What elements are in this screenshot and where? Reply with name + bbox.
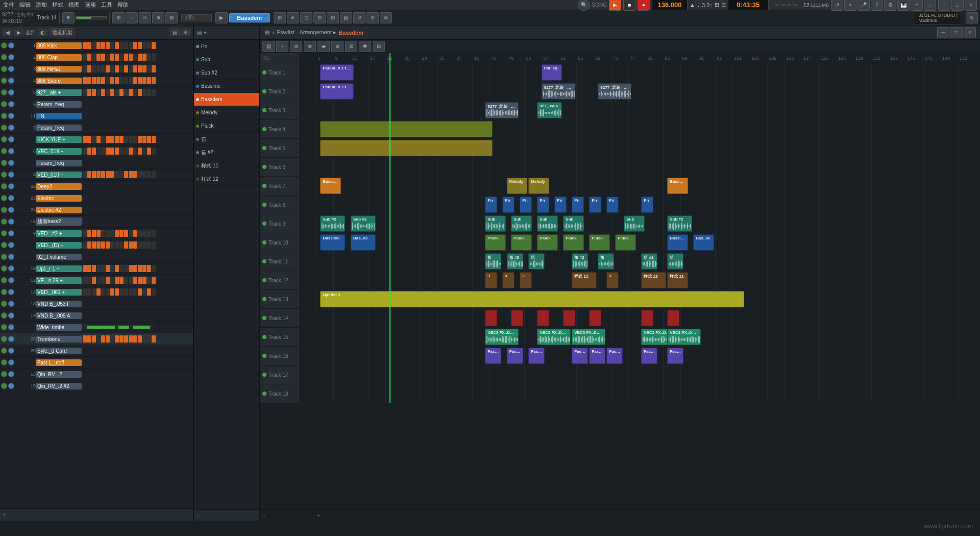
- clip[interactable]: 3: [606, 272, 618, 288]
- mix-btn4[interactable]: ⊟: [313, 12, 326, 23]
- ch-name[interactable]: VND B_.009 A: [36, 312, 82, 319]
- menu-item-view[interactable]: 视图: [68, 1, 80, 9]
- add-track-icon[interactable]: +: [262, 513, 265, 519]
- pattern-item[interactable]: Sub: [194, 53, 259, 66]
- ch-active-btn[interactable]: [1, 359, 7, 366]
- ch-solo-btn[interactable]: [8, 125, 14, 131]
- clip[interactable]: Pn: [641, 197, 653, 213]
- track-content[interactable]: [299, 366, 980, 384]
- clip[interactable]: Sub #2: [667, 215, 692, 232]
- track-label[interactable]: Track 10: [260, 233, 299, 252]
- track-content[interactable]: Param..d 1 freqPar..eq: [299, 63, 980, 82]
- clip[interactable]: Bassline: [320, 234, 345, 251]
- track-label[interactable]: Track 6: [260, 158, 299, 176]
- ch-active-btn[interactable]: [1, 230, 7, 236]
- pl-tool-4[interactable]: ⊗: [304, 41, 316, 52]
- ch-name[interactable]: 808 Clap: [36, 54, 82, 61]
- channel-row[interactable]: 23 Electric: [0, 192, 193, 204]
- ch-name[interactable]: VND B_.053 F: [36, 301, 82, 307]
- clip[interactable]: 3: [502, 272, 514, 288]
- clip[interactable]: Uplifter 1: [320, 291, 744, 307]
- channel-row[interactable]: 24 Electric #2: [0, 204, 193, 216]
- stop-button[interactable]: ■: [623, 0, 635, 11]
- track-label[interactable]: Track 18: [260, 384, 299, 403]
- menu-item-style[interactable]: 样式: [52, 1, 63, 9]
- clip[interactable]: Bassdem: [320, 178, 340, 194]
- ch-solo-btn[interactable]: [8, 113, 14, 119]
- ch-grid-btn[interactable]: ⊞: [181, 29, 190, 36]
- mute-btn[interactable]: ⊠: [165, 12, 178, 23]
- pl-close-btn[interactable]: ─: [937, 27, 949, 38]
- record-button[interactable]: ●: [638, 0, 650, 11]
- min-btn[interactable]: ─: [938, 0, 950, 11]
- ch-solo-btn[interactable]: [8, 160, 14, 166]
- clip[interactable]: 笛: [528, 253, 545, 270]
- pattern-item[interactable]: 笛: [194, 133, 259, 146]
- ch-solo-btn[interactable]: [8, 301, 14, 307]
- play-button[interactable]: ▶: [609, 0, 621, 11]
- ch-name[interactable]: 808 HiHat: [36, 66, 82, 72]
- clip[interactable]: Melody: [507, 178, 527, 194]
- help-btn2[interactable]: ?: [871, 0, 883, 11]
- pattern-item[interactable]: Pluck: [194, 119, 259, 133]
- clip[interactable]: 笛: [598, 253, 614, 270]
- menu-item-tools[interactable]: 工具: [101, 1, 112, 9]
- channel-row[interactable]: 7 Param_freq: [0, 122, 193, 134]
- ch-solo-btn[interactable]: [8, 371, 14, 377]
- ch-solo-btn[interactable]: [8, 242, 14, 248]
- pl-tool-3[interactable]: ⊛: [290, 41, 302, 52]
- clip[interactable]: [485, 310, 497, 326]
- clip[interactable]: [511, 310, 523, 326]
- clip[interactable]: Sub #2: [320, 215, 345, 232]
- channel-row[interactable]: 28 Trombone: [0, 333, 193, 345]
- clip[interactable]: Pn: [572, 197, 583, 213]
- ch-view-btn[interactable]: ▤: [170, 29, 180, 36]
- ch-active-btn[interactable]: [1, 89, 7, 95]
- pl-tool-5[interactable]: ◂▸: [317, 41, 330, 52]
- ch-name[interactable]: Qin_RV_.2: [36, 371, 82, 378]
- footer-add-icon[interactable]: +: [3, 512, 6, 518]
- ch-name[interactable]: Param_freq: [36, 101, 82, 108]
- clip[interactable]: Fast_toff: [606, 348, 623, 364]
- mix-btn3[interactable]: ⊡: [300, 12, 312, 23]
- clip[interactable]: VEC3 FX..Down 29: [485, 329, 519, 345]
- add-pattern-icon[interactable]: +: [316, 513, 320, 518]
- channel-row[interactable]: 6 VEC_019 +: [0, 145, 193, 157]
- clip[interactable]: 笛 #2: [641, 253, 657, 270]
- ch-active-btn[interactable]: [1, 348, 7, 354]
- routing-btn[interactable]: ◐: [38, 29, 47, 36]
- ch-solo-btn[interactable]: [8, 195, 14, 201]
- clip[interactable]: [667, 310, 679, 326]
- mic-button[interactable]: 🎤: [857, 0, 870, 11]
- undo-button[interactable]: ↺: [831, 0, 843, 11]
- ch-solo-btn[interactable]: [8, 66, 14, 72]
- track-content[interactable]: Sub #2Sub #2SubSubSubSubSubSub #2: [299, 214, 980, 233]
- ch-solo-btn[interactable]: [8, 54, 14, 60]
- ch-name[interactable]: KICK YUE +: [36, 136, 82, 143]
- clip[interactable]: Sub: [624, 215, 644, 232]
- ch-name[interactable]: Param_freq: [36, 125, 82, 131]
- pl-tool-6[interactable]: ⊕: [331, 41, 344, 52]
- ch-active-btn[interactable]: [1, 371, 7, 377]
- mix-btn2[interactable]: ≡: [287, 12, 299, 23]
- track-content[interactable]: [299, 158, 980, 177]
- ch-name[interactable]: 92_.l volume: [36, 254, 82, 260]
- clip[interactable]: Sub: [511, 215, 531, 232]
- pattern-item[interactable]: Melody: [194, 106, 259, 119]
- track-content[interactable]: BassdemMelodyMelodyBassdem: [299, 177, 980, 196]
- clip[interactable]: 9277 -北岛_ vocals: [598, 83, 631, 100]
- clip[interactable]: Melody: [528, 178, 549, 194]
- ch-solo-btn[interactable]: [8, 136, 14, 142]
- settings-btn[interactable]: ⚙: [884, 0, 896, 11]
- track-content[interactable]: Param..d 7 freq9277 -北岛_ vocals9277 -北岛_…: [299, 82, 980, 101]
- pl-add-footer[interactable]: +: [197, 513, 200, 519]
- pl-add-icon[interactable]: +: [204, 30, 207, 35]
- routing-label-btn[interactable]: 通道机架: [50, 28, 75, 37]
- ch-name[interactable]: VED._(D) +: [36, 242, 82, 249]
- clip[interactable]: Pn: [554, 197, 566, 213]
- mixer-btn2[interactable]: ≡: [911, 0, 923, 11]
- clip[interactable]: VEC3 FX..Down 29: [667, 329, 701, 345]
- clip[interactable]: 9277 -北岛_ vocals: [485, 102, 519, 118]
- ch-active-btn[interactable]: [1, 101, 7, 107]
- export-btn[interactable]: ↓: [924, 0, 936, 11]
